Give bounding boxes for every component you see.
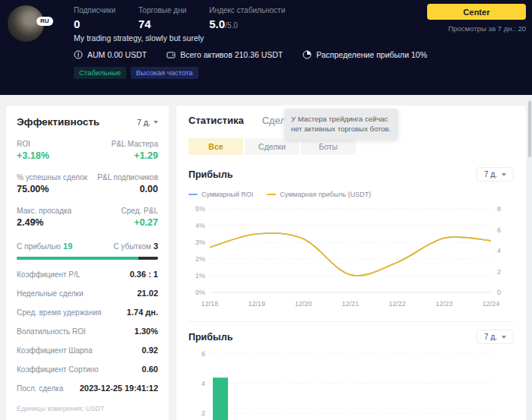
followers-pnl-value: 0.00 xyxy=(140,184,158,194)
aum-text: AUM 0.00 USDT xyxy=(87,50,147,59)
daily-profit-section-header: Прибыль 7 д. xyxy=(188,321,514,344)
statistics-panel: Статистика Сделки У Мастера трейдинга се… xyxy=(176,106,526,420)
trader-tags: Стабильные Высокая частота xyxy=(74,67,198,79)
svg-text:12/22: 12/22 xyxy=(388,300,406,308)
kv-roi-volatility: Волатильность ROI1.30% xyxy=(17,327,158,336)
kv-weekly-trades: Недельные сделки21.02 xyxy=(17,289,158,298)
kv-pl-ratio: Коэффициент P/L0.36 : 1 xyxy=(17,270,158,279)
profit-share-icon xyxy=(302,50,312,59)
no-bots-tooltip: У Мастера трейдинга сейчас нет активных … xyxy=(284,109,398,140)
units-note: Единицы измерения: USDT xyxy=(17,405,158,412)
filter-subtabs: Все Сделки Боты xyxy=(188,138,514,155)
master-pnl-value: +1.29 xyxy=(134,150,158,161)
daily-profit-period-dropdown[interactable]: 7 д. xyxy=(477,330,514,344)
svg-text:12/20: 12/20 xyxy=(295,300,312,308)
profit-section-header: Прибыль 7 д. xyxy=(188,167,514,182)
profit-bar-chart: 6420 xyxy=(188,347,514,420)
stat-suffix: /5.0 xyxy=(225,21,238,30)
svg-text:0%: 0% xyxy=(195,289,205,296)
subtab-trades[interactable]: Сделки xyxy=(245,138,299,155)
svg-text:1%: 1% xyxy=(195,272,205,279)
stat-pair-roi: ROI P&L Мастера +3.18% +1.29 xyxy=(17,140,158,161)
profile-header: RU Подписчики 0 Торговые дни 74 Индекс с… xyxy=(0,0,532,95)
roi-label: ROI xyxy=(17,140,30,148)
legend-profit: Суммарная прибыль (USDT) xyxy=(267,191,371,198)
trader-bio: My trading strategy, slowly but surely xyxy=(74,33,204,43)
country-badge: RU xyxy=(36,17,53,26)
account-metrics: AUM 0.00 USDT Всего активов 210.36 USDT … xyxy=(74,50,427,59)
svg-text:6: 6 xyxy=(201,350,205,358)
avg-pnl-label: Сред. P&L xyxy=(122,207,158,215)
profit-share-text: Распределение прибыли 10% xyxy=(316,50,427,59)
stat-stability-index: Индекс стабильности 5.0/5.0 xyxy=(209,6,285,30)
stat-trading-days: Торговые дни 74 xyxy=(138,6,186,30)
master-pnl-label: P&L Мастера xyxy=(112,140,158,148)
performance-title: Эффективность xyxy=(17,116,100,128)
profit-share-metric: Распределение прибыли 10% xyxy=(302,50,427,59)
winrate-label: % успешных сделок xyxy=(17,173,87,182)
total-assets-text: Всего активов 210.36 USDT xyxy=(180,50,283,59)
center-button[interactable]: Center xyxy=(427,4,526,20)
stat-pair-drawdown: Макс. просадка Сред. P&L 2.49% +0.27 xyxy=(17,207,158,228)
page: RU Подписчики 0 Торговые дни 74 Индекс с… xyxy=(0,0,532,420)
stat-label: Индекс стабильности xyxy=(209,6,285,14)
chart-legend: Суммарный ROI Суммарная прибыль (USDT) xyxy=(188,191,514,198)
period-label: 7 д. xyxy=(137,118,150,127)
stat-label: Подписчики xyxy=(74,6,116,14)
main-area: Эффективность 7 д. ROI P&L Мастера +3.18… xyxy=(0,95,532,420)
performance-period-dropdown[interactable]: 7 д. xyxy=(137,118,158,127)
svg-text:8: 8 xyxy=(497,205,501,213)
svg-text:5%: 5% xyxy=(195,205,205,213)
svg-text:4%: 4% xyxy=(195,222,205,229)
aum-metric: AUM 0.00 USDT xyxy=(74,50,147,59)
views-counter: Просмотры за 7 дн.: 20 xyxy=(448,24,526,33)
profit-period-dropdown[interactable]: 7 д. xyxy=(477,167,514,182)
svg-text:2%: 2% xyxy=(195,255,205,263)
scrollbar-thumb[interactable] xyxy=(528,101,531,157)
performance-panel: Эффективность 7 д. ROI P&L Мастера +3.18… xyxy=(6,106,169,420)
profit-title: Прибыль xyxy=(188,169,233,180)
svg-text:2: 2 xyxy=(201,409,205,417)
loss-count: С убытком3 xyxy=(113,242,158,251)
kv-last-trade: Посл. сделка2023-12-25 19:41:12 xyxy=(17,384,158,393)
chevron-down-icon xyxy=(502,173,506,176)
chevron-down-icon xyxy=(502,336,506,339)
avg-pnl-value: +0.27 xyxy=(134,217,158,228)
svg-text:12/19: 12/19 xyxy=(248,300,265,308)
stat-label: Торговые дни xyxy=(138,6,186,14)
svg-text:12/18: 12/18 xyxy=(201,300,219,308)
svg-text:3%: 3% xyxy=(195,238,205,246)
svg-text:12/24: 12/24 xyxy=(483,300,500,308)
stat-pair-winrate: % успешных сделок P&L подписчиков 75.00%… xyxy=(17,173,158,194)
header-stats: Подписчики 0 Торговые дни 74 Индекс стаб… xyxy=(74,6,285,30)
tag-stable: Стабильные xyxy=(74,67,126,79)
roi-value: +3.18% xyxy=(17,150,49,161)
stat-value: 0 xyxy=(74,17,116,30)
win-loss-ratio-bar xyxy=(17,257,158,260)
svg-text:4: 4 xyxy=(497,247,501,254)
total-assets-metric: Всего активов 210.36 USDT xyxy=(166,50,283,59)
kv-sortino-ratio: Коэффициент Сортино0.60 xyxy=(17,365,158,374)
daily-profit-title: Прибыль xyxy=(188,332,233,343)
svg-text:4: 4 xyxy=(201,380,205,387)
winrate-value: 75.00% xyxy=(17,184,49,194)
stat-value: 74 xyxy=(138,17,186,30)
aum-icon xyxy=(74,50,83,59)
profit-line-chart: 0%1%2%3%4%5%0246812/1812/1912/2012/2112/… xyxy=(188,201,514,317)
kv-sharpe-ratio: Коэффициент Шарпа0.92 xyxy=(17,346,158,355)
roi-line-swatch xyxy=(188,194,198,195)
profit-line-swatch xyxy=(267,194,276,195)
win-ratio-fill xyxy=(17,257,138,260)
subtab-all[interactable]: Все xyxy=(188,138,243,155)
svg-text:0: 0 xyxy=(497,289,501,296)
legend-roi: Суммарный ROI xyxy=(188,191,253,198)
kv-avg-holding-time: Сред. время удержания1.74 дн. xyxy=(17,308,158,317)
wallet-icon xyxy=(166,50,176,59)
win-loss-row: С прибылью19 С убытком3 xyxy=(17,242,158,251)
stat-subscribers: Подписчики 0 xyxy=(74,6,116,30)
tab-statistics[interactable]: Статистика xyxy=(188,115,244,126)
scrollbar[interactable] xyxy=(527,96,532,420)
subtab-bots[interactable]: Боты xyxy=(301,138,356,155)
chevron-down-icon xyxy=(154,121,158,124)
followers-pnl-label: P&L подписчиков xyxy=(97,173,158,182)
